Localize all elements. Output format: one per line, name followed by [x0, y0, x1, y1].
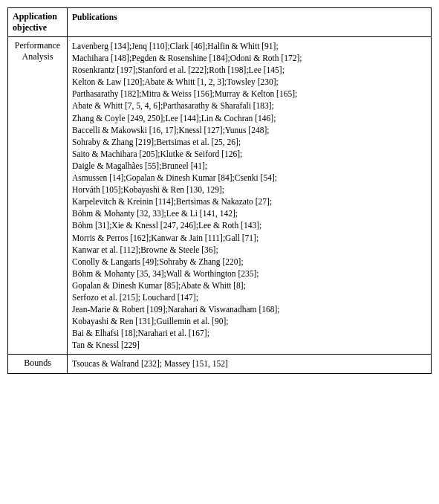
- header-objective: Application objective: [8, 8, 68, 37]
- header-publications: Publications: [68, 8, 432, 37]
- category-bounds: Bounds: [8, 355, 68, 373]
- table-row: Bounds Tsoucas & Walrand [232]; Massey […: [8, 355, 432, 373]
- main-table: Application objective Publications Perfo…: [7, 7, 432, 374]
- table-row: PerformanceAnalysis Lavenberg [134];Jenq…: [8, 37, 432, 355]
- publications-bounds: Tsoucas & Walrand [232]; Massey [151, 15…: [68, 355, 432, 373]
- category-performance: PerformanceAnalysis: [8, 37, 68, 355]
- table-header-row: Application objective Publications: [8, 8, 432, 37]
- publications-performance: Lavenberg [134];Jenq [110];Clark [46];Ha…: [68, 37, 432, 355]
